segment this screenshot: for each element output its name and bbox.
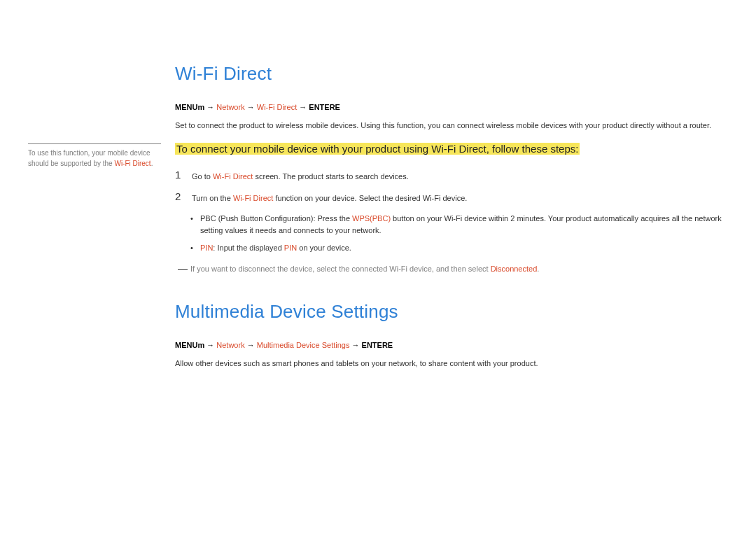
document-page: To use this function, your mobile device… [0,0,756,534]
section2-desc: Allow other devices such as smart phones… [175,358,728,370]
arrow: → [297,103,309,111]
step1-number: 1 [175,169,192,183]
step1-post: screen. The product starts to search dev… [253,172,408,181]
menu-prefix: MENU [175,103,197,111]
bullet-1: PBC (Push Button Configuration): Press t… [190,213,728,237]
bullet-2: PIN: Input the displayed PIN on your dev… [190,242,728,254]
menu-m: m [197,103,204,111]
step2-number: 2 [175,190,192,204]
step1-em: Wi-Fi Direct [213,172,253,181]
step-2: 2 Turn on the Wi-Fi Direct function on y… [175,190,728,204]
menu-network: Network [216,341,244,349]
step-1: 1 Go to Wi-Fi Direct screen. The product… [175,169,728,183]
menu-item: Multimedia Device Settings [257,341,350,349]
note-em: Disconnected [491,265,538,273]
step2-em: Wi-Fi Direct [233,194,273,202]
bullet2-em1: PIN [200,244,213,252]
bullet1-em: WPS(PBC) [352,214,391,223]
menu-enter: ENTER [309,103,335,111]
sidebar-text-post: . [151,160,153,167]
sidebar-text-em: Wi-Fi Direct [114,160,150,167]
step2-body: Turn on the Wi-Fi Direct function on you… [192,190,467,204]
arrow: → [349,341,361,349]
bullet2-post: on your device. [297,244,351,252]
step2-pre: Turn on the [192,194,233,202]
bullet2-mid: : Input the displayed [213,244,284,252]
note-post: . [537,265,539,273]
section1-highlight-row: To connect your mobile device with your … [175,141,728,156]
menu-m: m [197,341,204,349]
bullet1-pre: PBC (Push Button Configuration): Press t… [200,214,352,223]
step1-body: Go to Wi-Fi Direct screen. The product s… [192,169,409,183]
note-dash-icon: ― [178,263,188,274]
section1-desc: Set to connect the product to wireless m… [175,120,728,132]
section1-menu-path: MENUm → Network → Wi-Fi Direct → ENTERE [175,103,728,111]
arrow: → [204,341,216,349]
step1-pre: Go to [192,172,213,181]
bullet2-em2: PIN [284,244,297,252]
menu-network: Network [216,103,244,111]
section1-highlight: To connect your mobile device with your … [175,143,580,155]
bullet-list: PBC (Push Button Configuration): Press t… [190,213,728,254]
menu-enter: ENTER [362,341,388,349]
section-spacer [175,276,728,301]
section2-title: Multimedia Device Settings [175,301,728,323]
sidebar-divider [28,143,161,144]
steps-list: 1 Go to Wi-Fi Direct screen. The product… [175,169,728,204]
arrow: → [204,103,216,111]
menu-prefix: MENU [175,341,197,349]
main-content: Wi-Fi Direct MENUm → Network → Wi-Fi Dir… [175,63,728,369]
arrow: → [245,341,257,349]
section1-note: ―If you want to disconnect the device, s… [178,261,728,276]
menu-item: Wi-Fi Direct [257,103,297,111]
menu-e: E [335,103,340,111]
section1-title: Wi-Fi Direct [175,63,728,85]
arrow: → [245,103,257,111]
note-pre: If you want to disconnect the device, se… [190,265,491,273]
menu-e: E [388,341,393,349]
sidebar-note: To use this function, your mobile device… [28,143,161,169]
section2-menu-path: MENUm → Network → Multimedia Device Sett… [175,341,728,349]
step2-post: function on your device. Select the desi… [273,194,467,202]
